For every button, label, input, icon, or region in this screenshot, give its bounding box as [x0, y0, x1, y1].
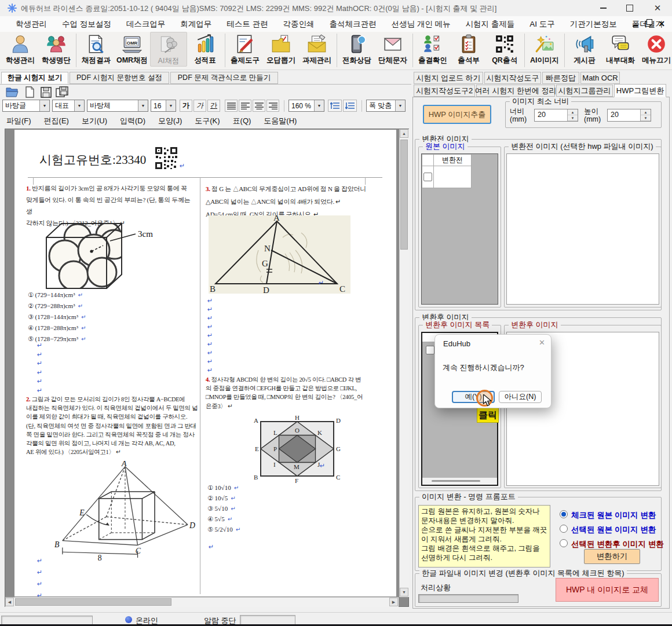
toolbar-grading-result[interactable]: 채점결과 [78, 32, 114, 65]
italic-button[interactable]: 가 [193, 100, 206, 112]
tab-exam-upload[interactable]: 시험지 업로드 하기 [414, 72, 483, 84]
horizontal-scroll-thumb[interactable] [15, 598, 171, 606]
hwp-menu-edit[interactable]: 편집(E) [38, 116, 75, 126]
toolbar-omr-grading[interactable]: OMR OMR채점 [114, 32, 150, 65]
tab-quick-answer[interactable]: 빠른정답 [542, 72, 579, 84]
radio-label-checked-source[interactable]: 체크된 원본 이미지 변환 [571, 510, 656, 521]
toolbar-attendance-book[interactable]: 출석부 [451, 32, 487, 65]
width-spinner[interactable]: 20 ▲▼ [534, 109, 578, 122]
style-preset-select[interactable]: 대표▼ [52, 100, 85, 112]
align-justify-button[interactable] [225, 100, 238, 112]
radio-selected-source[interactable] [560, 525, 568, 533]
fit-width-select[interactable]: 폭 맞춤▼ [366, 100, 406, 112]
tab-pdf-question-number[interactable]: PDF 시험지 문항번호 설정 [70, 72, 169, 84]
menu-student-mgmt[interactable]: 학생관리 [8, 19, 54, 30]
radio-label-selected-source[interactable]: 선택된 원본 이미지 변환 [571, 525, 656, 535]
menu-accounting[interactable]: 회계업무 [173, 19, 219, 30]
hwp-menu-help[interactable]: 도움말(H) [257, 116, 303, 126]
toolbar-board[interactable]: 게시판 [567, 32, 602, 65]
radio-label-selected-converted[interactable]: 선택된 변환후 이미지 변환 [571, 539, 664, 550]
paragraph-style-select[interactable]: 바탕글▼ [2, 100, 50, 112]
tab-hwp-exam-view[interactable]: 한글 시험지 보기 [1, 72, 68, 84]
window-maximize-button[interactable] [616, 0, 643, 16]
tab-exam-authoring-tool-2[interactable]: 시험지작성도구2 [414, 85, 475, 97]
convert-button[interactable]: 변환하기 [584, 549, 640, 564]
mdi-close-button[interactable]: ✕ [656, 18, 667, 30]
mdi-restore-button[interactable] [642, 18, 653, 30]
dialog-close-icon[interactable]: ✕ [539, 338, 545, 347]
line-spacing-decrease-button[interactable] [328, 100, 342, 112]
spinner-arrows[interactable]: ▲▼ [567, 109, 578, 121]
font-family-select[interactable]: 바탕체▼ [87, 100, 148, 112]
grid-horizontal-scrollbar[interactable] [422, 478, 497, 485]
toolbar-report-card[interactable]: 성적표 [187, 32, 223, 65]
document-horizontal-scrollbar[interactable]: ◀ ▶ [5, 597, 399, 607]
align-left-button[interactable] [239, 100, 251, 112]
bold-button[interactable]: 가 [180, 100, 192, 112]
hwp-menu-view[interactable]: 보기(U) [75, 116, 114, 126]
height-spinner[interactable]: 20 ▲▼ [607, 109, 651, 122]
hwp-menu-tools[interactable]: 도구(K) [188, 116, 226, 126]
window-minimize-button[interactable] [590, 0, 616, 16]
before-preview-box[interactable] [506, 153, 659, 305]
toolbar-group-sms[interactable]: 단체문자 [375, 32, 411, 65]
tab-multi-exam-organize[interactable]: 여러 시험지 한번에 정리 [476, 85, 555, 97]
tab-exam-group-mgmt[interactable]: 시험지그룹관리 [556, 85, 613, 97]
toolbar-student-mgmt[interactable]: 학생관리 [2, 32, 38, 65]
menu-class-info[interactable]: 수업 정보설정 [54, 19, 119, 30]
save-as-button[interactable] [54, 85, 70, 99]
toolbar-student-roster[interactable]: 학생명단 [38, 32, 74, 65]
grid-data-cell[interactable] [433, 166, 472, 188]
row-checkbox[interactable] [423, 173, 432, 181]
toolbar-assignment[interactable]: 과제관리 [299, 32, 335, 65]
toolbar-phone-consult[interactable]: 전화상담 [339, 32, 375, 65]
align-center-button[interactable] [253, 100, 265, 112]
document-vertical-scrollbar[interactable]: ▲ ▼ [399, 129, 409, 597]
source-image-grid[interactable]: 변환전 [421, 153, 498, 305]
menu-desk-work[interactable]: 데스크업무 [119, 19, 173, 30]
hwp-image-extract-button[interactable]: HWP 이미지추출 [423, 105, 491, 124]
window-close-button[interactable]: ✕ [644, 0, 671, 16]
font-size-select[interactable]: 16▼ [151, 100, 176, 112]
grid-scroll-thumb[interactable] [432, 480, 480, 482]
zoom-select[interactable]: 160 %▼ [288, 100, 324, 112]
hwp-menu-file[interactable]: 파일(F) [0, 116, 38, 126]
toolbar-qr-attendance[interactable]: QR출석 [487, 32, 523, 65]
tab-math-ocr[interactable]: Math OCR [580, 72, 620, 84]
menu-exam-authoring[interactable]: 시험지 출제들 [458, 19, 523, 30]
toolbar-ai-grading[interactable]: AI채점 [150, 32, 187, 67]
new-document-button[interactable] [22, 85, 37, 99]
toolbar-ai-image[interactable]: AI이미지 [527, 32, 563, 65]
dialog-no-button[interactable]: 아니요(N) [499, 391, 542, 403]
line-spacing-increase-button[interactable] [343, 100, 357, 112]
vertical-scroll-thumb[interactable] [400, 140, 408, 250]
tab-pdf-to-choice[interactable]: PDF 문제 객관식으로 만들기 [170, 72, 278, 84]
underline-button[interactable]: 간 [207, 100, 220, 112]
open-file-button[interactable] [5, 85, 20, 99]
scroll-up-icon[interactable]: ▲ [400, 129, 408, 138]
save-button[interactable] [38, 85, 53, 99]
radio-selected-converted[interactable] [560, 539, 568, 547]
toolbar-menu-off[interactable]: 메뉴끄기 [638, 32, 672, 65]
scroll-right-icon[interactable]: ▶ [389, 598, 398, 606]
menu-attendance[interactable]: 출석체크관련 [322, 19, 384, 30]
scroll-left-icon[interactable]: ◀ [5, 598, 14, 606]
toolbar-authoring-tool[interactable]: 출제도구 [227, 32, 263, 65]
menu-teacher-personal[interactable]: 선생님 개인 메뉴 [384, 19, 458, 30]
prompt-textarea[interactable]: 그림 원본은 유지하고, 원본의 숫자나 문자내용은 변경하지 말아줘. 손으로… [418, 505, 550, 568]
radio-checked-source[interactable] [560, 510, 568, 518]
menu-test[interactable]: 테스트 관련 [219, 19, 275, 30]
row-checkbox[interactable] [426, 346, 434, 354]
mdi-minimize-button[interactable] [629, 18, 641, 30]
menu-ai-tools[interactable]: AI 도구 [522, 19, 563, 30]
scroll-down-icon[interactable]: ▼ [400, 588, 408, 596]
grid-checkbox-cell[interactable] [422, 166, 434, 188]
toolbar-wrong-answer[interactable]: 오답뽑기 [263, 32, 299, 65]
tab-hwp-image-convert[interactable]: HWP그림변환 [614, 84, 666, 97]
toolbar-attendance-check[interactable]: 출결확인 [415, 32, 451, 65]
tab-exam-authoring-tool[interactable]: 시험지작성도구 [484, 72, 541, 84]
menu-org-info[interactable]: 기관기본정보 [563, 19, 624, 30]
hwp-menu-table[interactable]: 표(Q) [227, 116, 258, 126]
align-right-button[interactable] [266, 100, 279, 112]
menu-printing[interactable]: 각종인쇄 [276, 19, 322, 30]
